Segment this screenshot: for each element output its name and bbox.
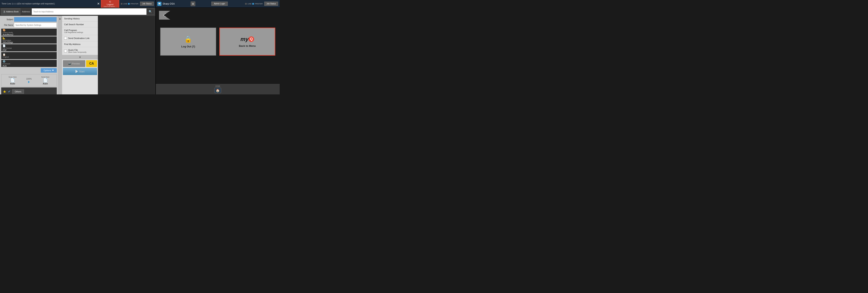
preview-ca-row: 📷 Preview CA [63,60,97,67]
address-book-icon: 📓 [3,10,5,13]
right-home-label: HOME [215,85,220,87]
scan-size-icon: 📄 [10,78,15,82]
myq-logo: my Q [241,36,254,42]
address-row: 📓 Address Book Address 🔍 [0,8,155,16]
original-button[interactable]: 📋 Original [1,52,57,59]
close-button[interactable]: ✕ [96,2,101,6]
sharp-osa-branding: 💬 Sharp OSA [157,2,175,6]
colour-mode-button[interactable]: 🎨 Colour Mode Auto/Mono2 [1,29,57,36]
percent-area: 100% [26,78,32,83]
myq-card-label: Back to Menu [239,45,256,48]
bottom-bar-left: ★ ✔ Others [1,87,57,94]
options-row: Options [1,68,57,72]
send-dest-checkbox-row: Send Destination Link [64,37,96,39]
grid-icon[interactable]: ⊞ [191,1,195,6]
line-indicator [121,3,122,5]
logout-button[interactable]: ⎋ Logout User Full Name ... [101,0,119,9]
quick-file-checkbox-row: Quick File Store Data Temporarily [64,49,96,53]
original-title: Original [3,56,9,58]
send-dest-option[interactable]: Send Destination Link [62,35,98,41]
topbar-right-items: LINE PRINTER Job Status [121,2,154,6]
scan-send-area: Scan Size 📄 Auto 100% Send Size 📄 Auto [1,74,57,87]
side-scroll-down-button[interactable]: ▼ [62,55,98,59]
address-book-button[interactable]: 📓 Address Book [1,8,20,15]
subject-label: Subject [1,19,13,21]
address-book-label: Address Book [6,10,19,13]
line-printer-badge: LINE PRINTER [121,3,138,5]
exposure-icon: ⚙️ [3,60,6,63]
subject-input[interactable] [14,17,57,22]
preview-icon: 📷 [68,62,71,65]
call-program-label: Call Program [64,29,96,31]
exposure-button[interactable]: ⚙️ Exposure Auto [1,60,57,67]
job-status-button[interactable]: Job Status [140,2,154,6]
sending-history-label: Sending History [64,18,80,20]
resolution-value: 200x200dpi [3,41,13,43]
resolution-button[interactable]: 📐 Resolution 200x200dpi [1,36,57,43]
logout-card[interactable]: 🔒 Log Out (7) [160,28,216,56]
left-panel: Toner Low. (□□□□)(Do not replace cartrid… [0,0,156,94]
toner-message: Toner Low. (□□□□)(Do not replace cartrid… [2,3,96,5]
address-label: Address [22,10,30,13]
options-arrow-icon [52,70,54,71]
start-button[interactable]: Start [63,68,97,75]
back-arrow-button[interactable] [159,11,170,20]
send-dest-checkbox[interactable] [64,37,67,39]
right-panel: 💬 Sharp OSA ⊞ Admin Login LINE PRINTER J… [156,0,280,94]
lock-icon: 🔒 [184,35,192,43]
sending-history-option[interactable]: Sending History [62,16,98,22]
quick-file-checkbox[interactable] [64,50,67,52]
options-label: Options [43,69,51,71]
star-button[interactable]: ★ [3,89,6,94]
cards-row: 🔒 Log Out (7) my Q Back to Menu [159,28,277,56]
topbar-left: Toner Low. (□□□□)(Do not replace cartrid… [0,0,155,8]
right-home-button[interactable]: 🏠 [214,87,221,93]
right-topbar-badges: LINE PRINTER Job Status [245,2,278,6]
preview-button[interactable]: 📷 Preview [63,60,85,67]
scan-size-value: Auto [10,82,15,85]
right-arrow-icon [28,81,30,83]
address-input[interactable] [32,8,147,15]
logout-label: Logout [107,3,114,6]
admin-login-button[interactable]: Admin Login [211,2,228,6]
osa-icon: 💬 [157,2,161,6]
right-main: 🔒 Log Out (7) my Q Back to Menu [156,8,280,84]
settings-grid: 🎨 Colour Mode Auto/Mono2 📐 Resolution 20… [1,29,57,67]
original-icon: 📋 [3,53,6,56]
myq-my-text: my [241,36,249,42]
file-format-button[interactable]: 📄 File Format PDF [1,44,57,51]
filename-input[interactable] [14,23,57,27]
colour-mode-title: Colour Mode [3,32,13,34]
sharp-osa-label: Sharp OSA [163,2,175,5]
right-line-label: LINE [248,3,251,5]
quick-file-option[interactable]: Quick File Store Data Temporarily [62,47,98,55]
right-job-status-button[interactable]: Job Status [264,2,278,6]
options-button[interactable]: Options [41,68,57,72]
file-format-value: PDF [3,49,7,51]
scan-size-label: Scan Size [8,76,17,78]
call-search-option[interactable]: Call Search Number [62,22,98,27]
topbar-right: 💬 Sharp OSA ⊞ Admin Login LINE PRINTER J… [156,0,280,8]
colour-mode-icon: 🎨 [3,29,6,32]
side-nav-arrow-button[interactable]: ▶ [58,16,62,94]
resolution-icon: 📐 [3,37,6,39]
ca-button[interactable]: CA [86,60,97,67]
find-address-option[interactable]: Find My Address [62,41,98,47]
logout-icon: ⎋ [109,0,111,3]
preview-label: Preview [72,62,80,65]
right-printer-indicator [252,3,254,5]
others-button[interactable]: Others [12,89,24,94]
check-button[interactable]: ✔ [8,90,10,93]
right-line-printer-badge: LINE PRINTER [245,3,263,5]
call-program-option[interactable]: Call Program Call Registered settings [62,27,98,35]
call-program-sub: Call Registered settings [64,31,96,33]
send-size-group: Send Size 📄 Auto [41,76,49,85]
send-size-label: Send Size [41,76,49,78]
start-icon [75,70,78,73]
myq-card[interactable]: my Q Back to Menu [219,28,275,56]
send-size-icon: 📄 [43,78,48,82]
right-line-indicator [245,3,247,5]
start-label: Start [79,70,85,73]
printer-indicator [128,3,130,5]
search-button[interactable]: 🔍 [147,8,154,15]
